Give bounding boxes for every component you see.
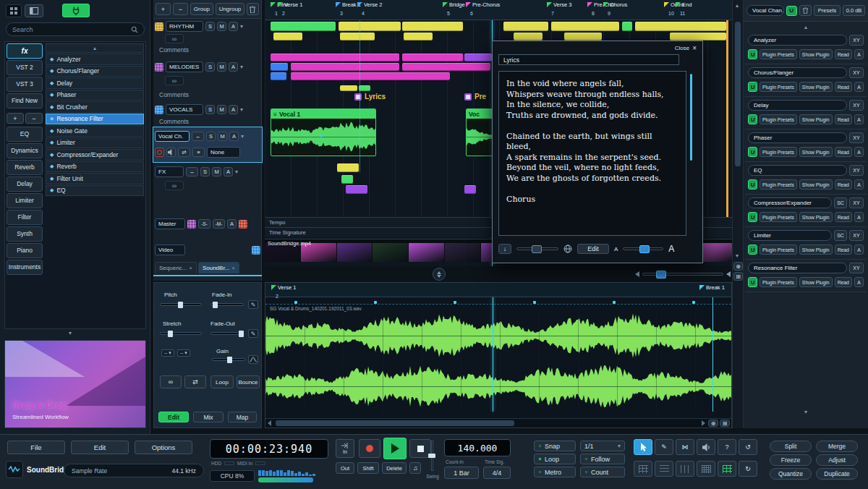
comments-lane[interactable]: Comments bbox=[155, 91, 260, 98]
plugin-item[interactable]: ◆Filter Unit bbox=[46, 173, 144, 184]
plugin-item[interactable]: ◆EQ bbox=[46, 185, 144, 197]
pointer-tool[interactable] bbox=[634, 439, 652, 455]
audio-clip[interactable] bbox=[340, 85, 357, 91]
category-fx[interactable]: fx bbox=[7, 43, 43, 59]
plugin-item[interactable]: ◆Limiter bbox=[46, 137, 144, 149]
link-icon[interactable]: ∞ bbox=[165, 76, 184, 85]
plugin-name[interactable]: Chorus/Flanger bbox=[748, 67, 847, 78]
scrollbar-thumb[interactable] bbox=[735, 22, 741, 166]
show-plugin-button[interactable]: Show Plugin bbox=[799, 82, 833, 92]
automation-lane[interactable] bbox=[265, 299, 731, 305]
mute-button[interactable]: M bbox=[217, 105, 226, 114]
channel-gain-value[interactable]: 0.0 dB bbox=[843, 5, 865, 16]
timesig-select[interactable]: 4/4 bbox=[483, 467, 511, 479]
rack-scroll-up[interactable]: ▴ bbox=[744, 25, 868, 30]
track-name[interactable]: FX bbox=[155, 166, 184, 177]
channel-presets-button[interactable]: Presets bbox=[814, 5, 841, 16]
zoom-left-icon[interactable] bbox=[635, 271, 639, 277]
plugin-item[interactable]: ◆Resonance Filter bbox=[46, 114, 144, 125]
plugin-presets-button[interactable]: Plugin Presets bbox=[760, 114, 797, 124]
tab-soundbridge[interactable]: SoundBr...× bbox=[198, 262, 239, 273]
track-row-video[interactable]: Video bbox=[155, 244, 260, 255]
category-dynamics[interactable]: Dynamics bbox=[7, 143, 43, 158]
slider-handle[interactable] bbox=[213, 302, 218, 308]
delete-plugin-button[interactable] bbox=[799, 5, 812, 16]
plugin-item[interactable]: ◆Chorus/Flanger bbox=[46, 66, 144, 77]
wave-marker-verse1[interactable]: Verse 1 bbox=[271, 284, 296, 291]
plugin-manager-button[interactable] bbox=[62, 4, 90, 17]
audio-clip[interactable] bbox=[514, 33, 542, 41]
scroll-left-icon[interactable] bbox=[268, 420, 271, 426]
plugin-item[interactable]: ◆Phaser bbox=[46, 90, 144, 101]
selection-edge[interactable] bbox=[712, 297, 713, 412]
solo-button[interactable]: S bbox=[205, 105, 215, 114]
count-in-select[interactable]: 1 Bar bbox=[444, 467, 479, 479]
plugin-undo-button[interactable]: U bbox=[748, 244, 757, 255]
plugin-item[interactable]: ◆Analyzer bbox=[46, 54, 144, 65]
plugin-undo-button[interactable]: U bbox=[748, 82, 757, 92]
pitch-slider[interactable] bbox=[160, 303, 202, 306]
scroll-up-icon[interactable]: ▴ bbox=[736, 3, 739, 9]
sidechain-button[interactable]: SC bbox=[834, 197, 847, 208]
scroll-down-icon[interactable]: ▾ bbox=[736, 253, 739, 259]
xy-pad-button[interactable]: XY bbox=[849, 35, 864, 46]
xy-pad-button[interactable]: XY bbox=[849, 132, 864, 143]
category-reverb[interactable]: Reverb bbox=[7, 160, 43, 175]
file-menu[interactable]: File bbox=[7, 441, 65, 454]
track-row-master[interactable]: Master -S- -M- A bbox=[155, 218, 260, 229]
audio-clip[interactable] bbox=[291, 72, 450, 80]
master-mute-button[interactable]: -M- bbox=[213, 219, 225, 229]
audio-clip[interactable] bbox=[271, 72, 286, 80]
automation-point[interactable] bbox=[454, 301, 456, 304]
plugin-name[interactable]: Analyzer bbox=[748, 35, 847, 46]
clip-header[interactable]: Voc bbox=[467, 109, 493, 119]
add-track-button[interactable]: + bbox=[156, 3, 171, 15]
category-find-new[interactable]: Find New bbox=[7, 93, 43, 109]
collapse-icon[interactable]: ▾ bbox=[235, 169, 238, 175]
show-plugin-button[interactable]: Show Plugin bbox=[799, 212, 833, 222]
audio-clip[interactable] bbox=[359, 85, 370, 91]
collapse-icon[interactable]: ▾ bbox=[240, 24, 243, 30]
automation-mode-button[interactable]: A bbox=[854, 212, 864, 222]
timeline-marker[interactable]: Verse 1 bbox=[278, 1, 302, 8]
audio-clip[interactable] bbox=[341, 175, 353, 184]
audio-clip[interactable] bbox=[340, 33, 375, 41]
gain-slider[interactable] bbox=[212, 358, 245, 361]
routing-button[interactable]: ⇄ bbox=[178, 148, 190, 157]
xy-pad-button[interactable]: XY bbox=[849, 100, 864, 111]
audio-clip[interactable] bbox=[402, 54, 463, 61]
menu-icon-button[interactable] bbox=[6, 4, 22, 17]
slider-handle[interactable] bbox=[178, 302, 183, 308]
plugin-item[interactable]: ◆Reverb bbox=[46, 161, 144, 173]
automation-mode-button[interactable]: A bbox=[854, 49, 864, 59]
metronome-note-button[interactable]: ♫ bbox=[409, 462, 421, 474]
timeline-marker[interactable]: Pre-Chorus bbox=[466, 1, 500, 8]
xy-pad-button[interactable]: XY bbox=[849, 67, 864, 78]
plugin-name[interactable]: Resonance Filter bbox=[748, 263, 847, 273]
xy-pad-button[interactable]: XY bbox=[849, 197, 864, 208]
promo-banner[interactable]: Drag & Drop Streamlined Workflow bbox=[4, 340, 146, 428]
audio-clip[interactable] bbox=[635, 22, 726, 31]
close-window-button[interactable]: Close × bbox=[675, 44, 697, 52]
tab-edit[interactable]: Edit bbox=[158, 412, 189, 422]
lyrics-scrollbar[interactable] bbox=[690, 74, 692, 161]
plugin-item[interactable]: ◆Bit Crusher bbox=[46, 101, 144, 113]
delete-track-button[interactable] bbox=[247, 3, 259, 15]
collapse-icon[interactable]: ▾ bbox=[240, 64, 243, 70]
read-automation-button[interactable]: Read bbox=[835, 49, 852, 59]
category-instruments[interactable]: Instruments bbox=[7, 260, 43, 275]
read-automation-button[interactable]: Read bbox=[835, 179, 852, 190]
rack-scroll-down[interactable]: ▾ bbox=[744, 409, 868, 415]
plugin-name[interactable]: EQ bbox=[748, 165, 847, 176]
show-plugin-button[interactable]: Show Plugin bbox=[799, 179, 833, 190]
automation-point[interactable] bbox=[374, 301, 377, 304]
search-input[interactable] bbox=[12, 26, 131, 33]
automation-mode-button[interactable]: A bbox=[854, 114, 864, 124]
stretch-slider[interactable] bbox=[160, 332, 202, 335]
comments-lane[interactable]: Comments bbox=[155, 118, 260, 125]
remove-track-button[interactable]: − bbox=[173, 3, 188, 15]
count-toggle[interactable]: Count bbox=[580, 467, 625, 477]
close-icon[interactable]: × bbox=[692, 44, 697, 52]
category-limiter[interactable]: Limiter bbox=[7, 193, 43, 208]
plugin-presets-button[interactable]: Plugin Presets bbox=[760, 49, 797, 59]
